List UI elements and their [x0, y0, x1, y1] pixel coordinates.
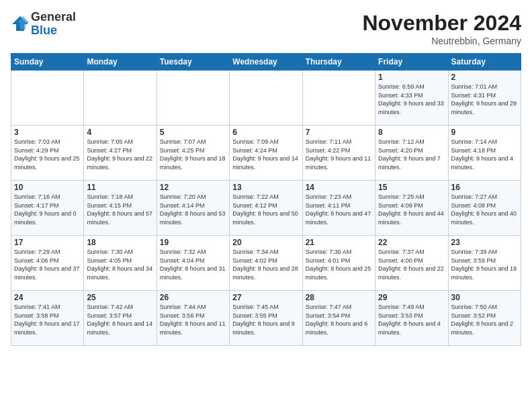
day-number: 6	[232, 128, 299, 137]
calendar-cell: 14Sunrise: 7:23 AM Sunset: 4:11 PM Dayli…	[302, 181, 375, 236]
day-info: Sunrise: 7:32 AM Sunset: 4:04 PM Dayligh…	[160, 248, 226, 281]
day-number: 25	[87, 293, 153, 302]
day-info: Sunrise: 7:39 AM Sunset: 3:59 PM Dayligh…	[451, 248, 518, 281]
title-block: November 2024 Neutrebbin, Germany	[362, 11, 521, 46]
day-info: Sunrise: 7:36 AM Sunset: 4:01 PM Dayligh…	[306, 248, 372, 281]
day-number: 29	[378, 293, 445, 302]
logo-text: General Blue	[31, 11, 76, 38]
day-info: Sunrise: 7:01 AM Sunset: 4:31 PM Dayligh…	[451, 83, 518, 116]
calendar-cell: 4Sunrise: 7:05 AM Sunset: 4:27 PM Daylig…	[84, 126, 157, 181]
day-info: Sunrise: 7:07 AM Sunset: 4:25 PM Dayligh…	[160, 138, 226, 171]
day-number: 16	[451, 183, 518, 192]
day-number: 27	[232, 293, 299, 302]
calendar-cell: 16Sunrise: 7:27 AM Sunset: 4:08 PM Dayli…	[448, 181, 521, 236]
calendar-cell: 12Sunrise: 7:20 AM Sunset: 4:14 PM Dayli…	[157, 181, 229, 236]
day-info: Sunrise: 7:14 AM Sunset: 4:18 PM Dayligh…	[451, 138, 518, 171]
calendar-cell	[157, 71, 229, 126]
day-number: 19	[160, 238, 226, 247]
calendar-cell: 26Sunrise: 7:44 AM Sunset: 3:56 PM Dayli…	[157, 291, 229, 346]
day-info: Sunrise: 7:37 AM Sunset: 4:00 PM Dayligh…	[378, 248, 445, 281]
day-info: Sunrise: 7:18 AM Sunset: 4:15 PM Dayligh…	[87, 193, 153, 226]
calendar-week-3: 17Sunrise: 7:29 AM Sunset: 4:06 PM Dayli…	[11, 236, 521, 291]
day-number: 13	[232, 183, 299, 192]
weekday-header-row: Sunday Monday Tuesday Wednesday Thursday…	[11, 54, 521, 71]
calendar-cell: 9Sunrise: 7:14 AM Sunset: 4:18 PM Daylig…	[448, 126, 521, 181]
day-number: 23	[451, 238, 518, 247]
day-number: 30	[451, 293, 518, 302]
day-number: 2	[451, 73, 518, 82]
day-number: 8	[378, 128, 445, 137]
day-info: Sunrise: 7:41 AM Sunset: 3:58 PM Dayligh…	[14, 303, 81, 336]
day-number: 20	[232, 238, 299, 247]
header-saturday: Saturday	[448, 54, 521, 71]
calendar-cell	[302, 71, 375, 126]
header-friday: Friday	[375, 54, 448, 71]
day-number: 28	[306, 293, 372, 302]
calendar-cell: 25Sunrise: 7:42 AM Sunset: 3:57 PM Dayli…	[84, 291, 157, 346]
day-info: Sunrise: 7:20 AM Sunset: 4:14 PM Dayligh…	[160, 193, 226, 226]
calendar-cell: 7Sunrise: 7:11 AM Sunset: 4:22 PM Daylig…	[302, 126, 375, 181]
header-thursday: Thursday	[302, 54, 375, 71]
day-info: Sunrise: 7:34 AM Sunset: 4:02 PM Dayligh…	[232, 248, 299, 281]
month-title: November 2024	[362, 11, 521, 36]
calendar-cell: 10Sunrise: 7:16 AM Sunset: 4:17 PM Dayli…	[11, 181, 84, 236]
day-info: Sunrise: 7:12 AM Sunset: 4:20 PM Dayligh…	[378, 138, 445, 171]
day-info: Sunrise: 7:23 AM Sunset: 4:11 PM Dayligh…	[306, 193, 372, 226]
calendar-cell: 21Sunrise: 7:36 AM Sunset: 4:01 PM Dayli…	[302, 236, 375, 291]
calendar-cell: 2Sunrise: 7:01 AM Sunset: 4:31 PM Daylig…	[448, 71, 521, 126]
day-number: 9	[451, 128, 518, 137]
day-info: Sunrise: 7:47 AM Sunset: 3:54 PM Dayligh…	[306, 303, 372, 336]
day-info: Sunrise: 6:59 AM Sunset: 4:33 PM Dayligh…	[378, 83, 445, 116]
day-info: Sunrise: 7:09 AM Sunset: 4:24 PM Dayligh…	[232, 138, 299, 171]
day-number: 22	[378, 238, 445, 247]
calendar-cell: 17Sunrise: 7:29 AM Sunset: 4:06 PM Dayli…	[11, 236, 84, 291]
day-info: Sunrise: 7:30 AM Sunset: 4:05 PM Dayligh…	[87, 248, 153, 281]
day-info: Sunrise: 7:16 AM Sunset: 4:17 PM Dayligh…	[14, 193, 81, 226]
calendar-cell: 11Sunrise: 7:18 AM Sunset: 4:15 PM Dayli…	[84, 181, 157, 236]
day-info: Sunrise: 7:49 AM Sunset: 3:53 PM Dayligh…	[378, 303, 445, 336]
calendar-cell	[230, 71, 302, 126]
day-number: 5	[160, 128, 226, 137]
header: General Blue November 2024 Neutrebbin, G…	[11, 11, 521, 46]
calendar-cell: 29Sunrise: 7:49 AM Sunset: 3:53 PM Dayli…	[375, 291, 448, 346]
day-info: Sunrise: 7:05 AM Sunset: 4:27 PM Dayligh…	[87, 138, 153, 171]
calendar-cell: 20Sunrise: 7:34 AM Sunset: 4:02 PM Dayli…	[230, 236, 302, 291]
day-info: Sunrise: 7:11 AM Sunset: 4:22 PM Dayligh…	[306, 138, 372, 171]
calendar-cell: 19Sunrise: 7:32 AM Sunset: 4:04 PM Dayli…	[157, 236, 229, 291]
calendar-cell: 18Sunrise: 7:30 AM Sunset: 4:05 PM Dayli…	[84, 236, 157, 291]
day-number: 15	[378, 183, 445, 192]
day-info: Sunrise: 7:42 AM Sunset: 3:57 PM Dayligh…	[87, 303, 153, 336]
calendar-cell: 15Sunrise: 7:25 AM Sunset: 4:09 PM Dayli…	[375, 181, 448, 236]
calendar-cell: 3Sunrise: 7:03 AM Sunset: 4:29 PM Daylig…	[11, 126, 84, 181]
header-sunday: Sunday	[11, 54, 84, 71]
day-number: 21	[306, 238, 372, 247]
calendar-cell: 28Sunrise: 7:47 AM Sunset: 3:54 PM Dayli…	[302, 291, 375, 346]
calendar-cell: 1Sunrise: 6:59 AM Sunset: 4:33 PM Daylig…	[375, 71, 448, 126]
day-info: Sunrise: 7:45 AM Sunset: 3:55 PM Dayligh…	[232, 303, 299, 336]
calendar-cell: 27Sunrise: 7:45 AM Sunset: 3:55 PM Dayli…	[230, 291, 302, 346]
calendar-week-4: 24Sunrise: 7:41 AM Sunset: 3:58 PM Dayli…	[11, 291, 521, 346]
day-info: Sunrise: 7:50 AM Sunset: 3:52 PM Dayligh…	[451, 303, 518, 336]
logo: General Blue	[11, 11, 76, 38]
day-number: 26	[160, 293, 226, 302]
day-info: Sunrise: 7:25 AM Sunset: 4:09 PM Dayligh…	[378, 193, 445, 226]
header-monday: Monday	[84, 54, 157, 71]
calendar-cell: 22Sunrise: 7:37 AM Sunset: 4:00 PM Dayli…	[375, 236, 448, 291]
day-info: Sunrise: 7:27 AM Sunset: 4:08 PM Dayligh…	[451, 193, 518, 226]
logo-general-label: General	[31, 11, 76, 24]
calendar-cell: 8Sunrise: 7:12 AM Sunset: 4:20 PM Daylig…	[375, 126, 448, 181]
day-info: Sunrise: 7:22 AM Sunset: 4:12 PM Dayligh…	[232, 193, 299, 226]
day-number: 18	[87, 238, 153, 247]
day-number: 11	[87, 183, 153, 192]
calendar-cell: 5Sunrise: 7:07 AM Sunset: 4:25 PM Daylig…	[157, 126, 229, 181]
calendar-cell: 30Sunrise: 7:50 AM Sunset: 3:52 PM Dayli…	[448, 291, 521, 346]
header-tuesday: Tuesday	[157, 54, 229, 71]
day-number: 10	[14, 183, 81, 192]
day-number: 3	[14, 128, 81, 137]
day-number: 1	[378, 73, 445, 82]
calendar-cell: 6Sunrise: 7:09 AM Sunset: 4:24 PM Daylig…	[230, 126, 302, 181]
day-info: Sunrise: 7:44 AM Sunset: 3:56 PM Dayligh…	[160, 303, 226, 336]
day-number: 7	[306, 128, 372, 137]
calendar-week-2: 10Sunrise: 7:16 AM Sunset: 4:17 PM Dayli…	[11, 181, 521, 236]
calendar-table: Sunday Monday Tuesday Wednesday Thursday…	[11, 53, 521, 346]
